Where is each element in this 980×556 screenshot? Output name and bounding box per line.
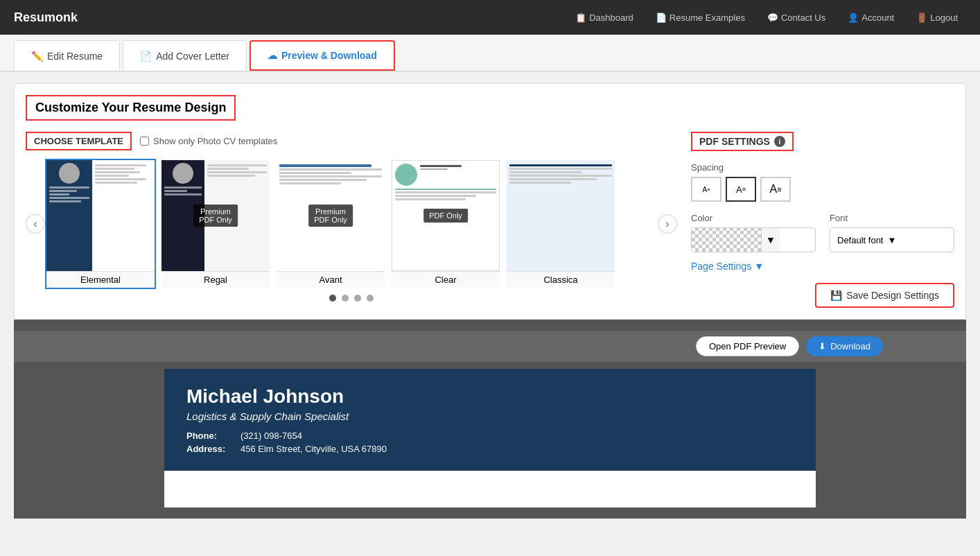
settings-spacing-row: Spacing A≡ A≡ A≡ [691, 162, 954, 202]
font-col: Font Default font ▼ [830, 213, 954, 252]
tab-add-cover-letter[interactable]: 📄 Add Cover Letter [123, 40, 247, 71]
template-regal[interactable]: PremiumPDF Only Regal [160, 159, 271, 289]
carousel-dot-4[interactable] [367, 295, 374, 302]
template-classica[interactable]: Classica [505, 159, 616, 289]
tab-edit-resume[interactable]: ✏️ Edit Resume [14, 40, 120, 71]
color-picker[interactable]: ▼ [691, 227, 816, 252]
color-font-row: Color ▼ Font Default font ▼ [691, 213, 954, 252]
thumb-classica [507, 160, 615, 271]
thumb-elemental [46, 160, 155, 271]
choose-template-label: CHOOSE TEMPLATE [26, 132, 132, 150]
nav-logout[interactable]: 🚪 Logout [908, 8, 966, 27]
info-icon: i [774, 136, 785, 147]
tab-preview-download[interactable]: ☁ Preview & Download [250, 40, 395, 71]
regal-premium-badge: PremiumPDF Only [193, 205, 238, 227]
cloud-icon: ☁ [268, 50, 277, 61]
page-settings-link[interactable]: Page Settings ▼ [691, 261, 954, 272]
font-caret-icon: ▼ [888, 235, 897, 245]
spacing-normal-btn[interactable]: A≡ [726, 177, 756, 202]
color-col: Color ▼ [691, 213, 816, 252]
avant-premium-badge: PremiumPDF Only [308, 205, 353, 227]
contact-icon: 💬 [767, 12, 778, 23]
spacing-options: A≡ A≡ A≡ [691, 177, 954, 202]
spacing-label: Spacing [691, 162, 954, 173]
nav-account[interactable]: 👤 Account [839, 8, 902, 27]
color-caret: ▼ [761, 228, 780, 252]
resume-contact-phone: Phone: (321) 098-7654 [186, 431, 794, 441]
nav-contact-us[interactable]: 💬 Contact Us [759, 8, 834, 27]
clear-pdf-only-badge: PDF Only [423, 209, 468, 223]
preview-area: Open PDF Preview ⬇ Download Michael John… [14, 320, 966, 519]
spacing-col: Spacing A≡ A≡ A≡ [691, 162, 954, 202]
carousel-dot-3[interactable] [354, 295, 361, 302]
template-carousel: ‹ [26, 159, 677, 289]
cover-letter-icon: 📄 [140, 51, 152, 62]
main-content: Customize Your Resume Design CHOOSE TEMP… [0, 72, 980, 530]
navbar: Resumonk 📋 Dashboard 📄 Resume Examples 💬… [0, 0, 980, 35]
templates-row: Elemental [45, 159, 658, 289]
logout-icon: 🚪 [916, 12, 927, 23]
template-name-regal: Regal [161, 271, 270, 288]
template-name-elemental: Elemental [46, 271, 155, 288]
font-label: Font [830, 213, 954, 223]
brand: Resumonk [14, 10, 78, 25]
carousel-prev-btn[interactable]: ‹ [26, 214, 45, 234]
edit-icon: ✏️ [31, 51, 43, 62]
customize-panel: Customize Your Resume Design CHOOSE TEMP… [14, 83, 966, 320]
template-name-avant: Avant [277, 271, 385, 288]
pdf-settings: PDF SETTINGS i Spacing A≡ A≡ A≡ [691, 132, 954, 308]
resume-examples-icon: 📄 [656, 12, 667, 23]
template-header: CHOOSE TEMPLATE Show only Photo CV templ… [26, 132, 677, 150]
template-name-classica: Classica [507, 271, 615, 288]
nav-links: 📋 Dashboard 📄 Resume Examples 💬 Contact … [567, 8, 966, 27]
template-elemental[interactable]: Elemental [45, 159, 156, 289]
carousel-dots [26, 295, 677, 302]
save-icon: 💾 [830, 290, 842, 301]
save-btn-wrapper: 💾 Save Design Settings [691, 283, 954, 308]
preview-toolbar: Open PDF Preview ⬇ Download [14, 331, 966, 362]
template-left: CHOOSE TEMPLATE Show only Photo CV templ… [26, 132, 677, 302]
tab-bar: ✏️ Edit Resume 📄 Add Cover Letter ☁ Prev… [0, 35, 980, 72]
resume-header: Michael Johnson Logistics & Supply Chain… [164, 369, 816, 471]
thumb-regal: PremiumPDF Only [161, 160, 270, 271]
open-pdf-preview-btn[interactable]: Open PDF Preview [696, 336, 799, 356]
avatar-thumb [59, 163, 80, 184]
panel-title: Customize Your Resume Design [26, 95, 236, 121]
resume-contact-address: Address: 456 Elm Street, Cityville, USA … [186, 444, 794, 454]
nav-dashboard[interactable]: 📋 Dashboard [567, 8, 642, 27]
chevron-down-icon: ▼ [754, 261, 764, 272]
template-name-clear: Clear [392, 271, 500, 288]
resume-title: Logistics & Supply Chain Specialist [186, 410, 794, 422]
template-avant[interactable]: PremiumPDF Only Avant [275, 159, 386, 289]
download-icon: ⬇ [819, 341, 826, 351]
photo-cv-filter[interactable]: Show only Photo CV templates [140, 136, 277, 146]
carousel-next-btn[interactable]: › [658, 214, 677, 234]
color-swatch [692, 227, 761, 252]
photo-cv-checkbox[interactable] [140, 137, 149, 146]
spacing-wide-btn[interactable]: A≡ [760, 177, 791, 202]
template-section: CHOOSE TEMPLATE Show only Photo CV templ… [26, 132, 954, 308]
nav-resume-examples[interactable]: 📄 Resume Examples [647, 8, 753, 27]
regal-avatar-thumb [173, 163, 193, 184]
resume-name: Michael Johnson [186, 385, 794, 408]
save-design-settings-btn[interactable]: 💾 Save Design Settings [815, 283, 954, 308]
resume-contact: Phone: (321) 098-7654 Address: 456 Elm S… [186, 431, 794, 454]
carousel-dot-1[interactable] [329, 295, 336, 302]
spacing-compact-btn[interactable]: A≡ [691, 177, 721, 202]
carousel-dot-2[interactable] [342, 295, 349, 302]
thumb-avant: PremiumPDF Only [277, 160, 385, 271]
color-label: Color [691, 213, 816, 223]
account-icon: 👤 [848, 12, 859, 23]
font-selector[interactable]: Default font ▼ [830, 227, 954, 252]
template-clear[interactable]: PDF Only Clear [390, 159, 501, 289]
pdf-settings-title: PDF SETTINGS i [691, 132, 794, 151]
thumb-clear: PDF Only [392, 160, 500, 271]
download-btn[interactable]: ⬇ Download [806, 336, 883, 356]
resume-preview: Michael Johnson Logistics & Supply Chain… [164, 369, 816, 507]
dashboard-icon: 📋 [575, 12, 586, 23]
